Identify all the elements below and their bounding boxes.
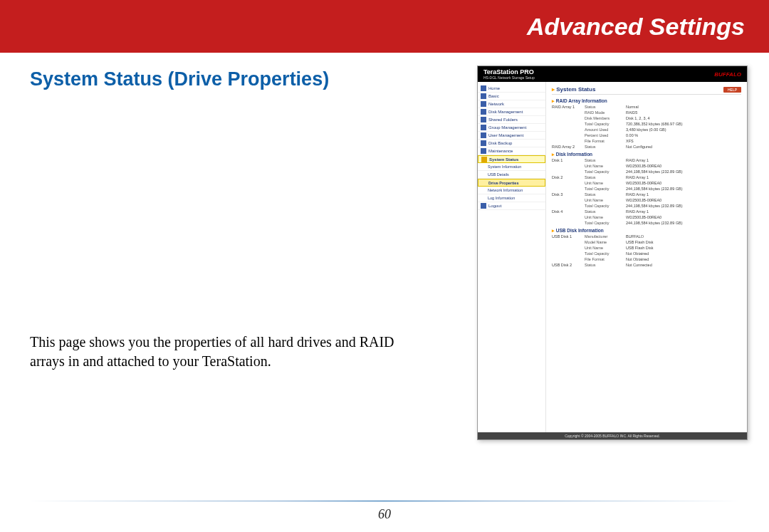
- nav-item[interactable]: User Management: [478, 132, 545, 140]
- brand-logo: BUFFALO: [714, 71, 741, 78]
- kv-row: File FormatNot Obtained: [552, 256, 741, 262]
- banner: Advanced Settings: [0, 0, 769, 53]
- screenshot-header: TeraStation PRO HS-DGL Network Storage S…: [478, 66, 747, 82]
- row-group: [552, 187, 585, 191]
- row-group: [552, 116, 585, 120]
- row-key: Manufacturer: [585, 234, 626, 239]
- page-title: System Status: [552, 86, 595, 93]
- nav-item[interactable]: Group Management: [478, 124, 545, 132]
- row-key: RAID Mode: [585, 110, 626, 115]
- nav-label: Disk Backup: [488, 141, 512, 145]
- kv-row: RAID ModeRAID5: [552, 110, 741, 115]
- row-group: [552, 122, 585, 126]
- row-key: Total Capacity: [585, 221, 626, 225]
- page-number: 60: [0, 507, 769, 522]
- row-value: Not Obtained: [626, 251, 741, 256]
- nav-item[interactable]: Basic: [478, 93, 545, 100]
- nav-icon: [481, 93, 486, 99]
- nav-subitem[interactable]: Drive Properties: [478, 179, 545, 187]
- row-value: 0.00 %: [626, 133, 741, 137]
- nav-item[interactable]: Maintenance: [478, 147, 545, 155]
- row-key: Status: [585, 158, 626, 162]
- nav-label: Disk Management: [488, 110, 523, 114]
- kv-row: File FormatXFS: [552, 138, 741, 144]
- row-value: 244,198,584 kbytes (232.89 GB): [626, 221, 741, 225]
- nav-icon: [481, 132, 486, 138]
- nav-icon: [481, 203, 486, 209]
- row-group: [552, 204, 585, 208]
- nav-item[interactable]: Logout: [478, 202, 545, 210]
- row-group: [552, 221, 585, 225]
- nav-icon: [481, 101, 486, 107]
- nav-subitem[interactable]: Network Information: [478, 187, 545, 194]
- nav-item[interactable]: Home: [478, 85, 545, 93]
- row-key: Total Capacity: [585, 204, 626, 208]
- kv-row: Total Capacity244,198,584 kbytes (232.89…: [552, 186, 741, 192]
- row-key: Unit Name: [585, 215, 626, 219]
- nav-item[interactable]: Shared Folders: [478, 116, 545, 124]
- row-value: BUFFALO: [626, 234, 741, 239]
- nav-icon: [481, 148, 486, 154]
- row-key: Amount Used: [585, 127, 626, 132]
- nav-icon: [481, 117, 486, 122]
- help-button[interactable]: HELP: [723, 87, 741, 93]
- row-key: Status: [585, 263, 626, 267]
- nav-subitem[interactable]: System Information: [478, 163, 545, 171]
- row-value: USB Flash Disk: [626, 240, 741, 244]
- row-key: File Format: [585, 139, 626, 143]
- kv-row: Total Capacity244,198,584 kbytes (232.89…: [552, 203, 741, 209]
- nav-item[interactable]: Disk Backup: [478, 140, 545, 147]
- kv-row: Unit NameWD2500JB-00REA0: [552, 163, 741, 169]
- row-value: Normal: [626, 105, 741, 109]
- nav-item[interactable]: Network: [478, 100, 545, 108]
- row-group: Disk 4: [552, 209, 585, 214]
- row-group: [552, 198, 585, 202]
- row-group: USB Disk 1: [552, 234, 585, 239]
- row-value: RAID Array 1: [626, 158, 741, 162]
- nav-icon: [481, 140, 486, 146]
- row-key: Total Capacity: [585, 169, 626, 174]
- kv-row: Disk 1StatusRAID Array 1: [552, 157, 741, 163]
- row-key: Status: [585, 145, 626, 149]
- nav-label: Maintenance: [488, 149, 513, 153]
- kv-row: Unit NameWD2500JB-00REA0: [552, 214, 741, 220]
- row-value: 244,198,584 kbytes (232.89 GB): [626, 169, 741, 174]
- row-value: RAID5: [626, 110, 741, 115]
- row-group: Disk 2: [552, 175, 585, 179]
- kv-row: Amount Used3,480 kbytes (0.00 GB): [552, 127, 741, 132]
- row-group: [552, 169, 585, 174]
- kv-row: RAID Array 1StatusNormal: [552, 104, 741, 110]
- row-group: Disk 1: [552, 158, 585, 162]
- product-subtitle: HS-DGL Network Storage Setup: [483, 75, 535, 80]
- row-key: Model Name: [585, 240, 626, 244]
- row-value: WD2500JB-00REA0: [626, 164, 741, 168]
- kv-row: USB Disk 1ManufacturerBUFFALO: [552, 234, 741, 239]
- nav-label: Shared Folders: [488, 118, 518, 122]
- row-group: [552, 257, 585, 261]
- nav-sidebar: HomeBasicNetworkDisk ManagementShared Fo…: [478, 82, 546, 432]
- product-name: TeraStation PRO HS-DGL Network Storage S…: [483, 68, 535, 80]
- row-key: Total Capacity: [585, 251, 626, 256]
- kv-row: Total Capacity720,386,352 kbytes (686.97…: [552, 121, 741, 127]
- row-group: [552, 240, 585, 244]
- nav-subitem[interactable]: USB Details: [478, 171, 545, 179]
- kv-row: Percent Used0.00 %: [552, 132, 741, 138]
- row-key: Unit Name: [585, 181, 626, 185]
- row-key: Unit Name: [585, 246, 626, 250]
- row-group: [552, 251, 585, 256]
- row-value: WD2500JB-00REA0: [626, 215, 741, 219]
- nav-icon: [481, 109, 486, 115]
- nav-icon: [481, 157, 487, 162]
- row-value: RAID Array 1: [626, 192, 741, 197]
- row-value: RAID Array 1: [626, 209, 741, 214]
- row-key: Disk Members: [585, 116, 626, 120]
- row-group: [552, 133, 585, 137]
- row-value: 720,386,352 kbytes (686.97 GB): [626, 122, 741, 126]
- nav-icon: [481, 125, 486, 130]
- row-key: Percent Used: [585, 133, 626, 137]
- nav-item[interactable]: Disk Management: [478, 108, 545, 116]
- nav-subitem[interactable]: Log Information: [478, 194, 545, 202]
- main-panel: System Status HELP RAID Array Informatio…: [546, 82, 747, 432]
- row-key: Status: [585, 192, 626, 197]
- nav-item[interactable]: System Status: [478, 155, 545, 163]
